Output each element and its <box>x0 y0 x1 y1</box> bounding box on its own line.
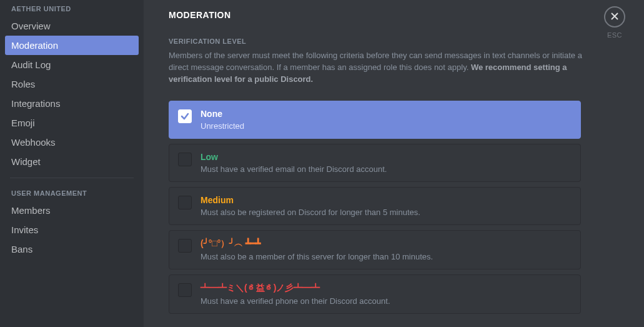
sidebar-item-emoji[interactable]: Emoji <box>5 113 139 133</box>
sidebar-server-name: AETHER UNITED <box>5 0 139 16</box>
verification-option-medium[interactable]: MediumMust also be registered on Discord… <box>169 187 581 225</box>
esc-label: ESC <box>604 31 625 39</box>
verification-option-none[interactable]: NoneUnrestricted <box>169 101 581 139</box>
close-area: ESC <box>604 6 625 39</box>
sidebar-item-integrations[interactable]: Integrations <box>5 94 139 113</box>
verification-options: NoneUnrestrictedLowMust have a verified … <box>169 101 581 314</box>
verification-option-low[interactable]: LowMust have a verified email on their D… <box>169 144 581 182</box>
sidebar-item-moderation[interactable]: Moderation <box>5 36 139 55</box>
option-title: ┻━┻ミ＼(ಠ益ಠ)ノ彡┻━┻ <box>201 283 390 294</box>
sidebar-item-audit-log[interactable]: Audit Log <box>5 55 139 74</box>
option-description: Must also be a member of this server for… <box>201 252 433 261</box>
checkbox[interactable] <box>178 239 192 253</box>
checkbox[interactable] <box>178 153 192 166</box>
sidebar-item-invites[interactable]: Invites <box>5 220 139 239</box>
sidebar-separator <box>10 178 134 178</box>
option-description: Must also be registered on Discord for l… <box>201 208 420 217</box>
verification-option-high[interactable]: (╯°□°）╯︵ ┻━┻Must also be a member of thi… <box>169 230 581 269</box>
sidebar-item-widget[interactable]: Widget <box>5 152 139 171</box>
checkbox[interactable] <box>178 196 192 209</box>
option-title: (╯°□°）╯︵ ┻━┻ <box>201 238 433 249</box>
checkbox[interactable] <box>178 109 192 123</box>
section-title: VERIFICATION LEVEL <box>169 38 607 45</box>
settings-main: ESC MODERATION VERIFICATION LEVEL Member… <box>144 0 644 327</box>
sidebar-section-user-management: USER MANAGEMENT <box>5 184 139 201</box>
close-button[interactable] <box>604 6 625 28</box>
page-title: MODERATION <box>169 10 607 20</box>
option-title: None <box>201 109 244 119</box>
sidebar-item-members[interactable]: Members <box>5 201 139 220</box>
option-title: Medium <box>201 195 420 205</box>
option-description: Unrestricted <box>201 121 244 131</box>
settings-sidebar: AETHER UNITED OverviewModerationAudit Lo… <box>0 0 144 327</box>
section-description: Members of the server must meet the foll… <box>169 50 593 86</box>
checkbox[interactable] <box>178 283 192 297</box>
sidebar-item-overview[interactable]: Overview <box>5 16 139 36</box>
option-description: Must have a verified phone on their Disc… <box>201 296 390 306</box>
close-icon <box>610 11 620 23</box>
verification-option-extreme[interactable]: ┻━┻ミ＼(ಠ益ಠ)ノ彡┻━┻Must have a verified phon… <box>169 274 581 314</box>
option-description: Must have a verified email on their Disc… <box>201 164 387 174</box>
sidebar-item-bans[interactable]: Bans <box>5 239 139 259</box>
sidebar-item-roles[interactable]: Roles <box>5 74 139 94</box>
option-title: Low <box>201 152 387 162</box>
sidebar-item-webhooks[interactable]: Webhooks <box>5 133 139 152</box>
